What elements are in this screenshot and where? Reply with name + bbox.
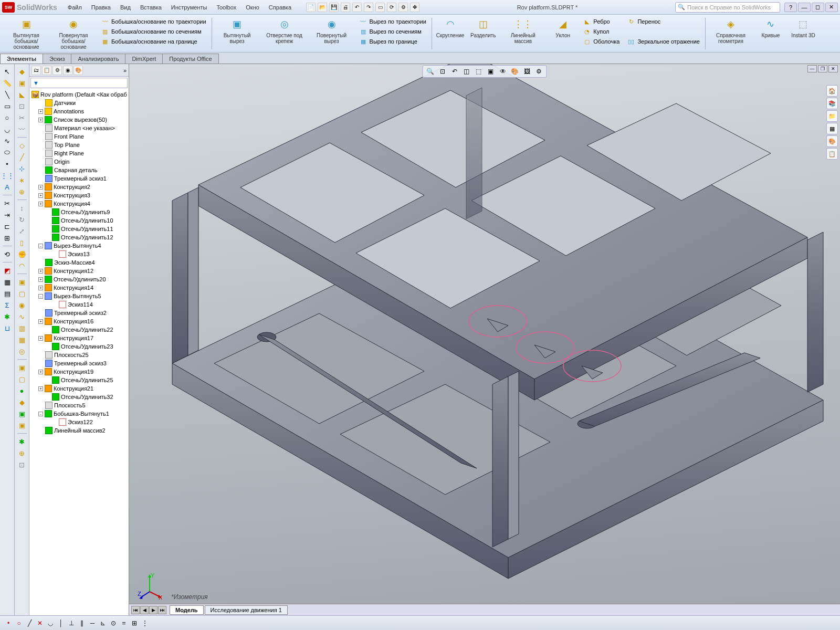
tree-expand-icon[interactable]: +	[38, 109, 43, 114]
tree-node[interactable]: Отсечь/Удлинить11	[30, 225, 128, 233]
extra4-icon[interactable]: ◆	[17, 397, 27, 407]
tree-node[interactable]: +Конструкция19	[30, 368, 128, 376]
extra1-icon[interactable]: ▣	[17, 362, 27, 373]
ellipse-tool-icon[interactable]: ⬭	[2, 147, 13, 158]
tree-filter-input[interactable]: ▼	[30, 78, 128, 88]
swept-boss-button[interactable]: 〰Бобышка/основание по траектории	[99, 17, 208, 26]
appearances-tab-icon[interactable]: 🎨	[826, 135, 838, 147]
maximize-button[interactable]: ◻	[812, 3, 824, 12]
menu-file[interactable]: Файл	[64, 3, 86, 12]
tab-last-icon[interactable]: ⏭	[158, 606, 166, 614]
hole-icon[interactable]: ◎	[17, 346, 27, 356]
plane-icon[interactable]: ◇	[17, 140, 27, 151]
tree-expand-icon[interactable]: -	[38, 294, 43, 299]
rotate-icon[interactable]: ↻	[17, 214, 27, 225]
draft-button[interactable]: ◢ Уклон	[547, 16, 579, 39]
menu-view[interactable]: Вид	[116, 3, 135, 12]
sketch-grid-icon[interactable]: ⊞	[130, 619, 139, 627]
tree-node[interactable]: Эскиз-Массив4	[30, 258, 128, 267]
tree-node[interactable]: +Конструкция21	[30, 384, 128, 393]
tree-tab-appearance-icon[interactable]: 🎨	[74, 66, 83, 75]
offset-tool-icon[interactable]: ⊏	[2, 221, 13, 232]
tab-motion-study[interactable]: Исследование движения 1	[205, 605, 288, 615]
lofted-boss-button[interactable]: ▥Бобышка/основание по сечениям	[99, 27, 208, 36]
sweep-icon[interactable]: ∿	[17, 311, 27, 322]
tree-node[interactable]: Трехмерный эскиз1	[30, 174, 128, 183]
tree-node[interactable]: Отсечь/Удлинить22	[30, 326, 128, 334]
qat-options-icon[interactable]: ⚙	[398, 3, 408, 12]
minimize-button[interactable]: —	[798, 3, 811, 12]
tree-node[interactable]: Top Plane	[30, 141, 128, 149]
boss-icon[interactable]: ▣	[17, 277, 27, 287]
display2-tool-icon[interactable]: ▤	[2, 288, 13, 299]
sketch-tangent-icon[interactable]: ⊾	[99, 619, 107, 627]
spline-tool-icon[interactable]: ∿	[2, 135, 13, 146]
tab-features[interactable]: Элементы	[0, 54, 43, 64]
menu-toolbox[interactable]: Toolbox	[212, 3, 240, 12]
tree-expand-icon[interactable]: +	[38, 319, 43, 324]
tree-node[interactable]: +Конструкция16	[30, 317, 128, 326]
orientation-triad[interactable]: Y X Z	[136, 573, 163, 600]
sketch-point-icon[interactable]: •	[4, 619, 13, 627]
cut-icon[interactable]: ▢	[17, 288, 27, 299]
linear-pattern-button[interactable]: ⋮⋮ Линейный массив	[500, 16, 546, 45]
display-tool-icon[interactable]: ▦	[2, 277, 13, 287]
tab-first-icon[interactable]: ⏮	[131, 606, 140, 614]
tree-expand-icon[interactable]: +	[38, 185, 43, 190]
rev-icon[interactable]: ◉	[17, 300, 27, 310]
custom-props-tab-icon[interactable]: 📋	[826, 148, 838, 160]
tree-expand-icon[interactable]: +	[38, 269, 43, 274]
sketch-snap-icon[interactable]: ⋮	[141, 619, 149, 627]
instant3d-button[interactable]: ⬚ Instant 3D	[788, 16, 819, 39]
menu-help[interactable]: Справка	[265, 3, 296, 12]
sketch-arc-icon[interactable]: ◡	[46, 619, 55, 627]
tree-node[interactable]: Отсечь/Удлинить10	[30, 216, 128, 225]
tree-node[interactable]: Отсечь/Удлинить12	[30, 233, 128, 242]
structural-icon[interactable]: ▣	[17, 78, 27, 88]
tab-office[interactable]: Продукты Office	[162, 54, 218, 64]
qat-undo-icon[interactable]: ↶	[352, 3, 362, 12]
pattern-tool-icon[interactable]: ⋮⋮	[2, 170, 13, 181]
tab-model[interactable]: Модель	[170, 605, 204, 615]
dome-button[interactable]: ◔Купол	[581, 27, 622, 36]
tree-expand-icon[interactable]: +	[38, 386, 43, 391]
tree-expand-icon[interactable]: +	[38, 286, 43, 290]
qat-save-icon[interactable]: 💾	[329, 3, 339, 12]
sigma-tool-icon[interactable]: Σ	[2, 300, 13, 310]
mirror-button[interactable]: ▯▯Зеркальное отражение	[625, 37, 702, 46]
tree-node[interactable]: Origin	[30, 158, 128, 166]
scale-icon[interactable]: ⤢	[17, 226, 27, 236]
sketch-circle-icon[interactable]: ○	[15, 619, 23, 627]
rectangle-tool-icon[interactable]: ▭	[2, 101, 13, 111]
tree-node[interactable]: -Вырез-Вытянуть4	[30, 242, 128, 250]
sketch-horiz-icon[interactable]: ─	[88, 619, 97, 627]
mate-icon[interactable]: ⊕	[17, 186, 27, 197]
display-style-icon[interactable]: ▣	[486, 66, 496, 77]
qat-rebuild-icon[interactable]: ⟳	[387, 3, 396, 12]
sketch-line-icon[interactable]: ╱	[25, 619, 34, 627]
grab-icon[interactable]: ✊	[17, 249, 27, 259]
tree-expand-icon[interactable]: -	[38, 412, 43, 416]
extra9-icon[interactable]: ⊡	[17, 459, 27, 470]
qat-new-icon[interactable]: 📄	[306, 3, 316, 12]
point-tool-icon[interactable]: •	[2, 159, 13, 169]
tree-node[interactable]: Отсечь/Удлинить32	[30, 393, 128, 401]
bound-icon[interactable]: ▦	[17, 334, 27, 345]
tree-node[interactable]: +Конструкция14	[30, 284, 128, 292]
qat-redo-icon[interactable]: ↷	[364, 3, 373, 12]
tree-node[interactable]: Отсечь/Удлинить25	[30, 376, 128, 384]
help-search-input[interactable]: 🔍 Поиск в Справке по SolidWorks	[675, 2, 780, 13]
extra6-icon[interactable]: ▣	[17, 420, 27, 430]
section-tool-icon[interactable]: ◩	[2, 265, 13, 276]
mdi-close-icon[interactable]: ✕	[828, 65, 838, 72]
extra2-icon[interactable]: ▢	[17, 374, 27, 384]
coord-icon[interactable]: ⊹	[17, 163, 27, 174]
qat-print-icon[interactable]: 🖨	[341, 3, 350, 12]
grid-tool-icon[interactable]: ⊞	[2, 233, 13, 243]
zoom-fit-icon[interactable]: 🔍	[425, 66, 436, 77]
line-tool-icon[interactable]: ╲	[2, 89, 13, 100]
select-tool-icon[interactable]: ↖	[2, 66, 13, 77]
extra5-icon[interactable]: ▣	[17, 408, 27, 419]
sketch-parallel-icon[interactable]: ∥	[78, 619, 86, 627]
qat-pan-icon[interactable]: ✥	[410, 3, 419, 12]
